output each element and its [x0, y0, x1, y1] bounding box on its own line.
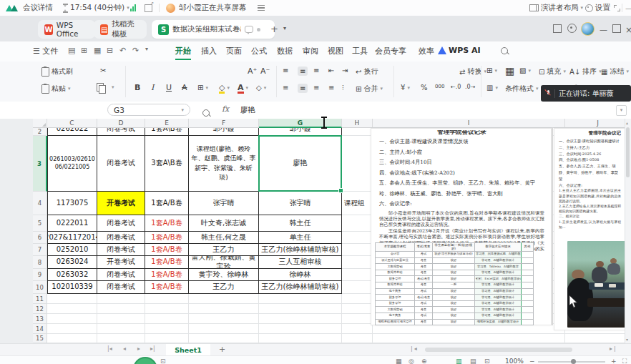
speaker-layout-button[interactable]: 演讲者布局▾	[529, 0, 583, 16]
cut-button[interactable]: ✂	[100, 67, 106, 74]
cell-G9[interactable]: 徐峥林	[259, 269, 342, 281]
cell-H7[interactable]	[342, 244, 373, 256]
cell-F15[interactable]	[189, 334, 259, 343]
menu-item-4[interactable]: 数据	[277, 46, 293, 56]
cell-E7[interactable]: 1套A/B卷	[145, 244, 189, 256]
cell-C12[interactable]	[47, 304, 97, 314]
cell-G8[interactable]: 三人互相审核	[259, 256, 342, 269]
menu-item-0[interactable]: 开始	[175, 46, 191, 60]
tab-active-spreadsheet[interactable]: S 数据决策组期末试卷出卷及会	[152, 20, 275, 39]
settings-button[interactable]: 设置	[585, 0, 610, 16]
add-sheet-button[interactable]: +	[219, 345, 225, 354]
cell-G12[interactable]	[259, 304, 342, 314]
menu-item-1[interactable]: 插入	[201, 46, 217, 56]
workspace-icon[interactable]	[553, 24, 562, 35]
print-preview-icon[interactable]: ⊟	[107, 46, 113, 55]
cell-F10[interactable]: 王乙力	[189, 281, 259, 294]
print-icon[interactable]: ▦	[94, 46, 101, 55]
cell-D2[interactable]: 闭卷考试	[97, 128, 145, 136]
cell-C8[interactable]: 0263024	[47, 256, 97, 269]
italic-button[interactable]: I	[151, 83, 154, 92]
fit-screen-icon[interactable]: ⛶	[622, 358, 627, 364]
meeting-more-icon[interactable]	[258, 0, 265, 16]
align-bottom-icon[interactable]: ≡	[313, 67, 319, 74]
cell-D13[interactable]	[97, 314, 145, 324]
expand-formula-bar-icon[interactable]: ▾	[616, 105, 627, 116]
cell-style-icon[interactable]: ▦	[505, 65, 514, 77]
menu-item-2[interactable]: 页面	[226, 46, 242, 56]
cell-G11[interactable]	[259, 294, 342, 304]
cell-F7[interactable]: 王乙力	[189, 244, 259, 256]
formula-input[interactable]: 廖艳	[240, 105, 255, 115]
cell-H2[interactable]	[342, 128, 373, 136]
distribute-icon[interactable]: ⫶	[342, 84, 344, 92]
vertical-scrollbar[interactable]: ▴▾	[625, 119, 631, 343]
row-header-3[interactable]: 3	[33, 136, 47, 192]
cell-E13[interactable]	[145, 314, 189, 324]
cell-G15[interactable]	[259, 334, 342, 343]
align-middle-icon[interactable]: ≡	[298, 67, 308, 76]
percent-button[interactable]: %	[421, 84, 428, 92]
cell-D4[interactable]: 开卷考试	[97, 192, 145, 215]
zoom-slider[interactable]	[538, 361, 605, 363]
cell-H9[interactable]	[342, 269, 373, 281]
cell-G10[interactable]: 王乙力(徐峥林辅助审核)	[259, 281, 342, 294]
row-header-10[interactable]: 10	[33, 281, 47, 294]
cell-C5[interactable]: 0222011	[47, 215, 97, 232]
cell-H10[interactable]	[342, 281, 373, 294]
classroom-photo[interactable]	[567, 241, 625, 328]
cell-C10[interactable]: 102010339	[47, 281, 97, 294]
decrease-indent-icon[interactable]: ⇤	[328, 67, 334, 74]
thousands-button[interactable]: 000	[435, 84, 444, 89]
cell-D5[interactable]: 闭卷考试	[97, 215, 145, 232]
zoom-out-icon[interactable]: −	[529, 358, 535, 364]
cell-C9[interactable]: 0263032	[47, 269, 97, 281]
cell-D3[interactable]: 闭卷考试	[97, 136, 145, 192]
eraser-button[interactable]: ◇▾	[256, 84, 266, 92]
menu-item-7[interactable]: 工具	[352, 46, 368, 56]
last-sheet-icon[interactable]: ▸|	[150, 345, 155, 352]
row-header-9[interactable]: 9	[33, 269, 47, 281]
column-header-E[interactable]: E	[145, 119, 189, 128]
column-header-H[interactable]: H	[342, 119, 373, 128]
cell-D11[interactable]	[97, 294, 145, 304]
cell-H11[interactable]	[342, 294, 373, 304]
menu-item-6[interactable]: 视图	[328, 46, 343, 56]
worksheet-button[interactable]: ▥▾	[486, 84, 498, 92]
column-header-D[interactable]: D	[97, 119, 145, 128]
new-tab-button[interactable]: +	[270, 24, 278, 34]
borders-button[interactable]: ⊞▾	[197, 84, 208, 92]
column-header-F[interactable]: F	[189, 119, 259, 128]
fill-button[interactable]: ⊡填充▾	[539, 67, 566, 77]
cell-F2[interactable]: 邹小霞	[189, 128, 259, 136]
next-sheet-icon[interactable]: ▸	[137, 345, 140, 352]
underline-button[interactable]: U	[166, 83, 172, 92]
cell-G5[interactable]: 韩主任	[259, 215, 342, 232]
table-tools-icon[interactable]: ▦	[396, 358, 402, 364]
redo-icon[interactable]: ↷	[132, 46, 139, 55]
freeze-button[interactable]: ▦冻结▾	[601, 67, 629, 77]
normal-view-icon[interactable]: ▥	[456, 358, 462, 364]
prev-sheet-icon[interactable]: ◂	[123, 345, 126, 352]
row-header-15[interactable]: 15	[33, 334, 47, 343]
cell-E14[interactable]	[145, 324, 189, 334]
wps-ai-button[interactable]: WPS AI	[438, 46, 481, 55]
cell-E10[interactable]: 1套A/B卷	[145, 281, 189, 294]
menu-item-8[interactable]: 会员专享	[375, 46, 406, 56]
cell-G7[interactable]: 王乙力(徐峥林辅助审核)	[259, 244, 342, 256]
merge-cells-button[interactable]: ⊞合并▾	[356, 84, 383, 94]
column-header-G[interactable]: G	[259, 119, 342, 128]
cell-H3[interactable]	[342, 136, 373, 192]
hscroll-right-icon[interactable]: ▸❘	[610, 345, 617, 352]
cell-D7[interactable]: 闭卷考试	[97, 244, 145, 256]
column-header-C[interactable]: C	[47, 119, 97, 128]
cell-E11[interactable]	[145, 294, 189, 304]
cell-C6[interactable]: 2027&1172014	[47, 232, 97, 244]
cell-H15[interactable]	[342, 334, 373, 343]
page-break-view-icon[interactable]: ⊡	[484, 358, 490, 364]
sort-button[interactable]: A↓排序▾	[569, 67, 602, 77]
row-header-2[interactable]: 2	[33, 128, 47, 136]
cell-F14[interactable]	[189, 324, 259, 334]
window-restore-button[interactable]	[612, 24, 621, 35]
cell-E5[interactable]: 1套A/B卷	[145, 215, 189, 232]
